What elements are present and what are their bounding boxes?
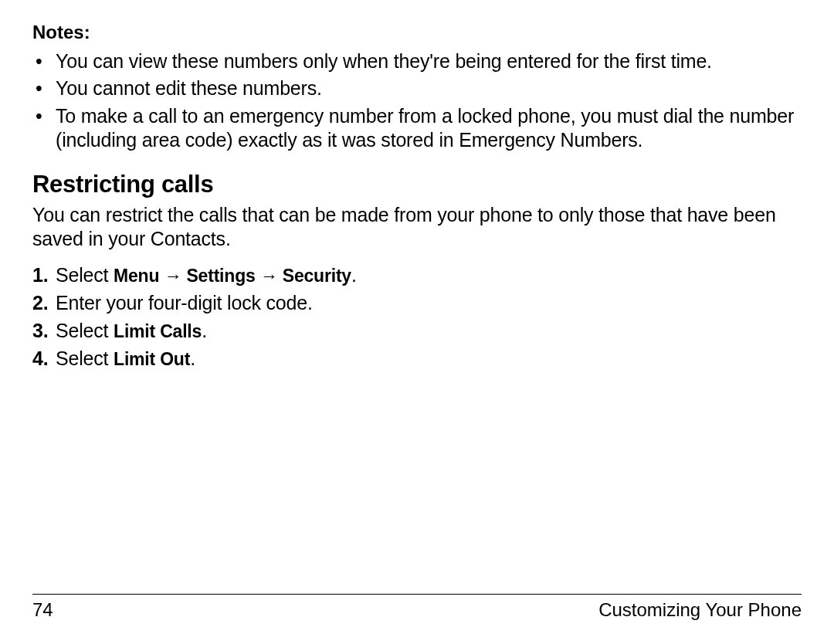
step-item: 2. Enter your four-digit lock code. [56,289,802,317]
step-text: Enter your four-digit lock code. [56,292,313,314]
step-bold: Limit Out [114,349,190,369]
step-suffix: . [190,347,195,369]
step-number: 4. [32,344,48,372]
section-heading: Restricting calls [32,171,802,198]
steps-list: 1. Select Menu → Settings → Security. 2.… [32,261,802,373]
section-intro: You can restrict the calls that can be m… [32,203,802,252]
step-suffix: . [202,320,207,341]
step-menu-path: Menu → Settings → Security [114,266,351,286]
notes-item: To make a call to an emergency number fr… [56,104,802,153]
step-number: 3. [32,317,48,344]
step-text-prefix: Select [56,320,114,341]
step-text-prefix: Select [56,347,114,369]
notes-list: You can view these numbers only when the… [32,49,802,152]
step-bold: Limit Calls [114,321,202,341]
notes-heading: Notes: [32,22,802,43]
notes-item: You can view these numbers only when the… [56,49,802,73]
step-number: 1. [32,261,48,289]
step-text-prefix: Select [56,264,114,286]
step-item: 1. Select Menu → Settings → Security. [56,261,802,289]
step-item: 4. Select Limit Out. [56,344,802,372]
chapter-title: Customizing Your Phone [598,599,802,621]
page-footer: 74 Customizing Your Phone [32,594,802,621]
page-number: 74 [32,599,53,621]
step-item: 3. Select Limit Calls. [56,317,802,344]
step-number: 2. [32,289,48,317]
notes-item: You cannot edit these numbers. [56,76,802,100]
step-suffix: . [351,264,357,286]
